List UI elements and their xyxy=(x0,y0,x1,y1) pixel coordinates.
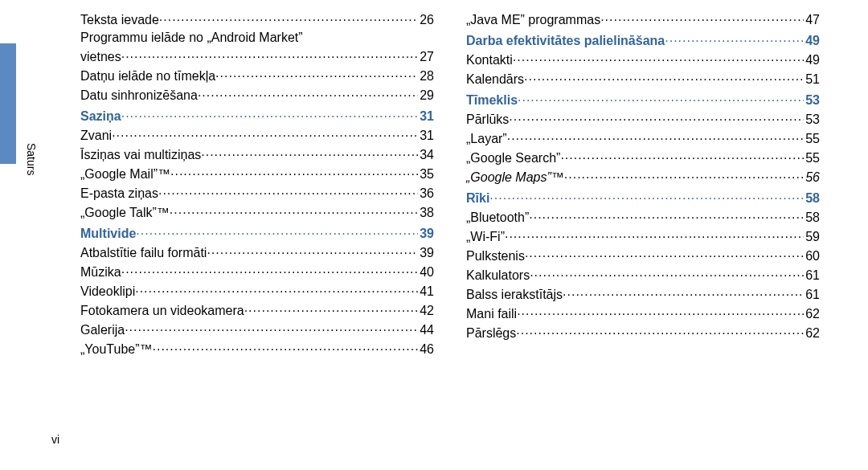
toc-entry: „YouTube”™ 46 xyxy=(80,341,434,357)
toc-leader-dots xyxy=(125,321,418,334)
toc-entry: „Java ME” programmas 47 xyxy=(466,11,820,27)
toc-section-heading: Multivide 39 xyxy=(80,225,434,241)
toc-page: 61 xyxy=(804,268,820,283)
toc-leader-dots xyxy=(509,111,804,124)
toc-entry: Kalendārs 51 xyxy=(466,71,820,87)
toc-page: 40 xyxy=(418,265,434,280)
toc-entry: Pulkstenis 60 xyxy=(466,247,820,264)
toc-leader-dots xyxy=(529,209,804,222)
toc-leader-dots xyxy=(525,247,804,260)
toc-page: 51 xyxy=(804,72,820,87)
toc-leader-dots xyxy=(121,108,419,121)
toc-leader-dots xyxy=(201,146,418,159)
toc-label: Datu sinhronizēšana xyxy=(80,88,198,103)
toc-label: „Bluetooth” xyxy=(466,210,529,225)
toc-page: 56 xyxy=(804,170,820,185)
toc-page: 29 xyxy=(418,88,434,103)
toc-label: Zvani xyxy=(80,129,112,143)
toc-leader-dots xyxy=(153,341,419,354)
toc-section-heading: Saziņa 31 xyxy=(80,108,434,124)
toc-entry: Programmu ielāde no „Android Market” xyxy=(80,31,434,45)
toc-page: 26 xyxy=(418,13,434,27)
toc-leader-dots xyxy=(136,225,418,238)
toc-page: 49 xyxy=(804,34,820,48)
toc-columns: Teksta ievade 26Programmu ielāde no „And… xyxy=(80,11,820,360)
toc-leader-dots xyxy=(135,283,418,296)
toc-leader-dots xyxy=(564,169,804,182)
toc-page: 44 xyxy=(418,323,434,337)
toc-entry: Atbalstītie failu formāti 39 xyxy=(80,244,434,260)
toc-label: Videoklipi xyxy=(80,284,135,299)
side-tab xyxy=(0,43,16,164)
toc-label: Kalkulators xyxy=(466,268,530,283)
toc-entry: Pārslēgs 62 xyxy=(466,325,820,341)
toc-entry: Datu sinhronizēšana 29 xyxy=(80,87,434,103)
toc-label: Atbalstītie failu formāti xyxy=(80,246,207,260)
toc-section-heading: Darba efektivitātes palielināšana 49 xyxy=(466,32,820,48)
toc-page: 47 xyxy=(804,13,820,27)
toc-entry: Galerija 44 xyxy=(80,321,434,337)
toc-label: „Layar” xyxy=(466,132,507,146)
toc-label: „Google Maps”™ xyxy=(466,170,564,185)
toc-page: 35 xyxy=(418,167,434,182)
toc-label: Pulkstenis xyxy=(466,249,525,264)
toc-page: 55 xyxy=(804,151,820,166)
toc-entry: „Google Talk”™ 38 xyxy=(80,204,434,220)
toc-page: 49 xyxy=(804,53,820,67)
toc-label: Pārlūks xyxy=(466,112,509,127)
toc-entry: Teksta ievade 26 xyxy=(80,11,434,27)
toc-leader-dots xyxy=(665,32,804,45)
toc-label: „Google Mail”™ xyxy=(80,167,170,182)
toc-label: vietnes xyxy=(80,50,121,64)
toc-page: 42 xyxy=(418,304,434,318)
toc-leader-dots xyxy=(489,190,804,202)
toc-entry: E-pasta ziņas 36 xyxy=(80,185,434,201)
toc-entry: Balss ierakstītājs 61 xyxy=(466,286,820,302)
page-number: vi xyxy=(51,433,59,446)
toc-leader-dots xyxy=(524,71,804,84)
toc-label: „Google Talk”™ xyxy=(80,206,170,220)
toc-page: 38 xyxy=(418,206,434,220)
toc-page: 62 xyxy=(804,326,820,341)
toc-leader-dots xyxy=(560,149,804,162)
toc-label: Tīmeklis xyxy=(466,93,518,108)
toc-label: „Wi-Fi” xyxy=(466,230,505,244)
toc-leader-dots xyxy=(516,325,804,337)
toc-page: 53 xyxy=(804,93,820,108)
toc-page: 34 xyxy=(418,148,434,162)
toc-page: 55 xyxy=(804,132,820,146)
toc-entry: „Google Mail”™ 35 xyxy=(80,166,434,182)
toc-section-heading: Tīmeklis 53 xyxy=(466,92,820,108)
toc-label: Programmu ielāde no „Android Market” xyxy=(80,31,303,45)
toc-leader-dots xyxy=(513,51,804,64)
toc-entry: Fotokamera un videokamera 42 xyxy=(80,302,434,318)
toc-leader-dots xyxy=(121,264,419,276)
toc-page: 60 xyxy=(804,249,820,264)
toc-leader-dots xyxy=(518,92,804,104)
toc-leader-dots xyxy=(507,130,805,143)
toc-label: Balss ierakstītājs xyxy=(466,288,563,302)
toc-page: 61 xyxy=(804,288,820,302)
toc-page: 36 xyxy=(418,186,434,201)
toc-leader-dots xyxy=(530,267,804,280)
toc-label: Multivide xyxy=(80,227,136,241)
toc-label: „Google Search” xyxy=(466,151,560,166)
toc-column-right: „Java ME” programmas 47Darba efektivitāt… xyxy=(466,11,820,360)
toc-label: Galerija xyxy=(80,323,125,337)
toc-label: „YouTube”™ xyxy=(80,342,153,357)
toc-label: Darba efektivitātes palielināšana xyxy=(466,34,665,48)
toc-label: Mūzika xyxy=(80,265,121,280)
toc-entry: Zvani 31 xyxy=(80,127,434,143)
toc-leader-dots xyxy=(563,286,804,299)
toc-entry: „Bluetooth” 58 xyxy=(466,209,820,225)
toc-label: Mani faili xyxy=(466,307,517,321)
toc-leader-dots xyxy=(112,127,418,140)
toc-leader-dots xyxy=(158,185,418,198)
toc-leader-dots xyxy=(207,244,418,257)
toc-page: 53 xyxy=(804,112,820,127)
toc-page: 39 xyxy=(418,246,434,260)
toc-label: Kontakti xyxy=(466,53,513,67)
toc-column-left: Teksta ievade 26Programmu ielāde no „And… xyxy=(80,11,434,360)
toc-entry: Mūzika 40 xyxy=(80,264,434,280)
toc-label: Īsziņas vai multiziņas xyxy=(80,148,201,162)
